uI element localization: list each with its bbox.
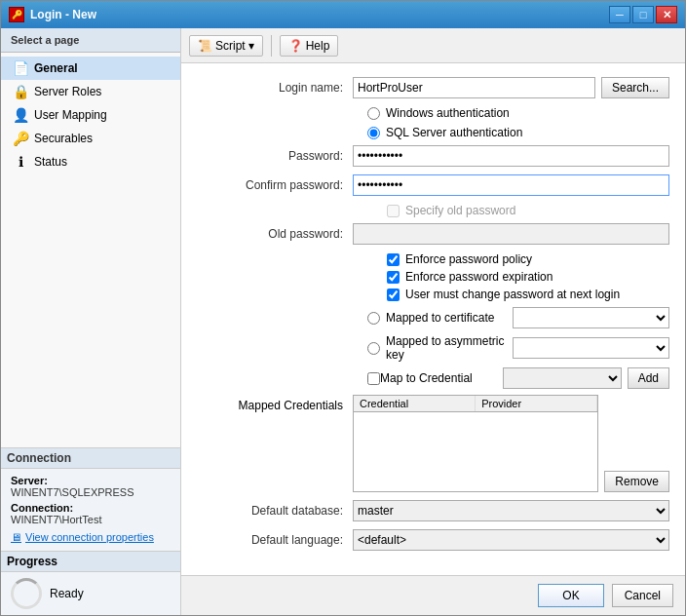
content-area: Select a page 📄 General 🔒 Server Roles 👤… xyxy=(1,28,685,615)
old-password-input[interactable] xyxy=(353,223,669,245)
user-must-change-row: User must change password at next login xyxy=(387,288,669,301)
map-credential-checkbox[interactable] xyxy=(367,372,380,385)
title-bar-left: 🔑 Login - New xyxy=(9,7,96,22)
sql-auth-radio[interactable] xyxy=(367,127,380,139)
sidebar-items: 📄 General 🔒 Server Roles 👤 User Mapping … xyxy=(1,53,180,447)
mapped-asym-label: Mapped to asymmetric key xyxy=(386,334,513,362)
sidebar-item-user-mapping[interactable]: 👤 User Mapping xyxy=(1,103,180,127)
enforce-policy-label: Enforce password policy xyxy=(405,252,532,266)
securables-icon: 🔑 xyxy=(13,131,28,146)
login-name-label: Login name: xyxy=(197,81,353,95)
server-label: Server: xyxy=(11,475,171,486)
cred-col2: Provider xyxy=(476,396,597,411)
specify-old-checkbox[interactable] xyxy=(387,205,400,217)
script-button[interactable]: 📜 Script ▾ xyxy=(189,35,263,57)
sidebar-item-server-roles[interactable]: 🔒 Server Roles xyxy=(1,80,180,103)
main-panel: 📜 Script ▾ ❓ Help Login name: Search... xyxy=(181,28,685,615)
confirm-password-input[interactable] xyxy=(353,174,669,196)
sidebar-item-status[interactable]: ℹ Status xyxy=(1,150,180,173)
mapped-cert-row: Mapped to certificate xyxy=(197,307,669,328)
password-row: Password: xyxy=(197,145,669,167)
bottom-buttons: OK Cancel xyxy=(181,575,685,615)
toolbar-separator xyxy=(271,35,272,57)
sql-auth-label: SQL Server authentication xyxy=(386,126,522,139)
login-name-row: Login name: Search... xyxy=(197,77,669,98)
specify-old-label: Specify old password xyxy=(405,204,515,217)
connection-label: Connection: xyxy=(11,502,171,514)
mapped-asym-select[interactable] xyxy=(513,337,669,359)
confirm-password-label: Confirm password: xyxy=(197,178,353,192)
add-button[interactable]: Add xyxy=(628,367,669,389)
toolbar: 📜 Script ▾ ❓ Help xyxy=(181,28,685,63)
remove-button[interactable]: Remove xyxy=(604,471,669,492)
connection-title: Connection xyxy=(1,448,180,469)
specify-old-block: Specify old password xyxy=(197,204,669,217)
enforce-policy-checkbox[interactable] xyxy=(387,253,400,266)
user-must-change-checkbox[interactable] xyxy=(387,289,400,301)
script-label: Script xyxy=(215,39,246,53)
search-button[interactable]: Search... xyxy=(601,77,669,98)
default-language-select[interactable]: <default> xyxy=(353,529,669,551)
maximize-button[interactable]: □ xyxy=(632,6,654,23)
old-password-row: Old password: xyxy=(197,223,669,245)
map-credential-row: Map to Credential Add xyxy=(197,367,669,389)
connection-link-label[interactable]: View connection properties xyxy=(25,531,154,543)
sidebar-section-title: Select a page xyxy=(1,28,180,53)
default-database-label: Default database: xyxy=(197,504,353,518)
help-label: Help xyxy=(306,39,330,53)
specify-old-row: Specify old password xyxy=(387,204,669,217)
help-button[interactable]: ❓ Help xyxy=(280,35,339,57)
default-language-row: Default language: <default> xyxy=(197,529,669,551)
default-database-row: Default database: master xyxy=(197,500,669,521)
server-value: WINENT7\SQLEXPRESS xyxy=(11,486,171,498)
sidebar-item-securables[interactable]: 🔑 Securables xyxy=(1,127,180,150)
mapped-asym-radio[interactable] xyxy=(367,342,380,355)
policy-checkboxes-block: Enforce password policy Enforce password… xyxy=(197,252,669,301)
connection-value: WINENT7\HortTest xyxy=(11,514,171,525)
progress-spinner xyxy=(11,578,42,609)
credentials-table: Credential Provider xyxy=(353,395,598,492)
ok-button[interactable]: OK xyxy=(538,584,603,607)
windows-auth-label: Windows authentication xyxy=(386,106,510,120)
user-must-change-label: User must change password at next login xyxy=(405,288,620,301)
default-language-label: Default language: xyxy=(197,533,353,547)
window-title: Login - New xyxy=(30,8,96,21)
sidebar: Select a page 📄 General 🔒 Server Roles 👤… xyxy=(1,28,181,615)
main-window: 🔑 Login - New ─ □ ✕ Select a page 📄 Gene… xyxy=(0,0,686,616)
window-icon: 🔑 xyxy=(9,7,24,22)
sql-auth-row: SQL Server authentication xyxy=(197,126,669,139)
enforce-expiration-checkbox[interactable] xyxy=(387,271,400,284)
enforce-expiration-label: Enforce password expiration xyxy=(405,270,553,284)
server-roles-icon: 🔒 xyxy=(13,84,28,99)
connection-link-icon: 🖥 xyxy=(11,531,21,543)
windows-auth-radio[interactable] xyxy=(367,107,380,120)
enforce-policy-row: Enforce password policy xyxy=(387,252,669,266)
form-area: Login name: Search... Windows authentica… xyxy=(181,63,685,575)
sidebar-label-securables: Securables xyxy=(34,132,93,145)
mapped-asym-row: Mapped to asymmetric key xyxy=(197,334,669,362)
credentials-header: Credential Provider xyxy=(354,396,597,412)
mapped-cert-label: Mapped to certificate xyxy=(386,311,513,325)
sidebar-item-general[interactable]: 📄 General xyxy=(1,57,180,80)
password-label: Password: xyxy=(197,149,353,163)
status-icon: ℹ xyxy=(13,154,28,170)
mapped-cert-radio[interactable] xyxy=(367,312,380,325)
login-name-input[interactable] xyxy=(353,77,595,98)
progress-status: Ready xyxy=(50,587,84,600)
map-credential-select[interactable] xyxy=(503,367,622,389)
sidebar-label-user-mapping: User Mapping xyxy=(34,108,107,122)
minimize-button[interactable]: ─ xyxy=(609,6,630,23)
progress-content: Ready xyxy=(11,578,171,609)
progress-section: Progress Ready xyxy=(1,551,180,615)
password-input[interactable] xyxy=(353,145,669,167)
view-connection-link[interactable]: 🖥 View connection properties xyxy=(11,531,171,543)
cancel-button[interactable]: Cancel xyxy=(612,584,673,607)
connection-section: Connection Server: WINENT7\SQLEXPRESS Co… xyxy=(1,447,180,551)
title-bar-buttons: ─ □ ✕ xyxy=(609,6,677,23)
title-bar: 🔑 Login - New ─ □ ✕ xyxy=(1,1,685,28)
confirm-password-row: Confirm password: xyxy=(197,174,669,196)
default-database-select[interactable]: master xyxy=(353,500,669,521)
close-button[interactable]: ✕ xyxy=(656,6,677,23)
mapped-cert-select[interactable] xyxy=(513,307,669,328)
user-mapping-icon: 👤 xyxy=(13,107,28,123)
